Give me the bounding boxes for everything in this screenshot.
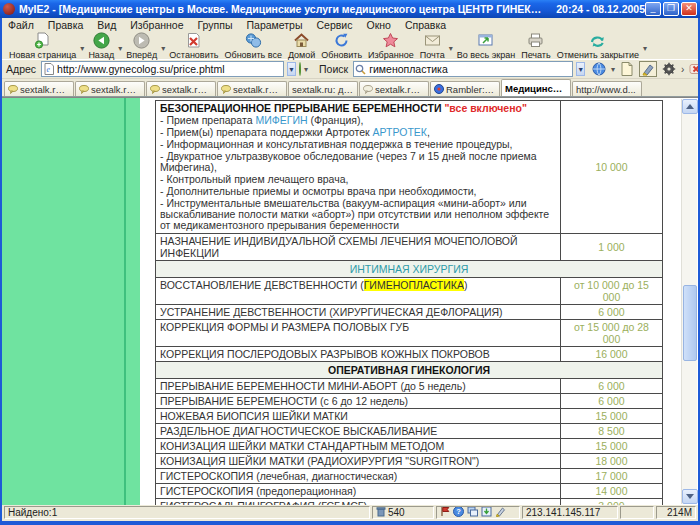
artrotek-link[interactable]: АРТРОТЕК (373, 126, 427, 138)
speech-bubble-icon (8, 85, 18, 94)
menu-edit[interactable]: Правка (48, 19, 83, 31)
service-price: 15 000 (560, 409, 662, 423)
scroll-up-button[interactable] (682, 99, 698, 114)
trash-icon[interactable] (376, 506, 386, 519)
vertical-scrollbar[interactable] (681, 99, 697, 504)
table-row-hymenoplasty: ВОССТАНОВЛЕНИЕ ДЕВСТВЕННОСТИ (ГИМЕНОПЛАС… (156, 277, 662, 304)
stop-icon (185, 32, 202, 49)
refresh-icon (333, 32, 350, 49)
tab-sextalk-3[interactable]: sextalk.ru:... (146, 81, 216, 96)
address-input[interactable] (55, 63, 283, 76)
service-price: 14 000 (560, 484, 662, 498)
minimize-button[interactable]: _ (645, 2, 661, 16)
address-bar: Адрес e ▼ ▾ Поиск ▼ ▾ (2, 60, 698, 79)
service-price: 10 000 (560, 101, 662, 233)
stop-button[interactable]: Остановить (166, 32, 221, 60)
forward-button[interactable]: Вперёд (123, 32, 160, 60)
search-dropdown[interactable]: ▼ (576, 62, 585, 76)
help-icon[interactable]: ? (453, 506, 464, 519)
all-inclusive-badge: "все включено" (444, 102, 527, 114)
table-row: ПРЕРЫВАНИЕ БЕРЕМЕННОСТИ МИНИ-АБОРТ (до 5… (156, 378, 662, 393)
menu-bar: Файл Правка Вид Избранное Группы Парамет… (2, 18, 698, 31)
search-input[interactable] (367, 63, 572, 76)
more-tools-chevron[interactable]: › (681, 64, 684, 75)
restore-button[interactable]: ❐ (663, 2, 679, 16)
tab-sextalk-4[interactable]: sextalk.ru:... (217, 81, 287, 96)
package-line: - Инструментальные вмешательства (вакуум… (160, 198, 556, 231)
fullscreen-button[interactable]: Во весь экран (454, 32, 518, 60)
stop-label: Остановить (169, 50, 218, 60)
undo-close-label: Отменить закрытие (557, 50, 639, 60)
window-border-bottom (0, 521, 700, 525)
table-row-package: БЕЗОПЕРАЦИОННОЕ ПРЕРЫВАНИЕ БЕРЕМЕННОСТИ … (156, 101, 662, 233)
address-combo: e (41, 61, 284, 77)
tab-url[interactable]: http://www.d... (572, 81, 642, 96)
menu-tools[interactable]: Сервис (317, 19, 353, 31)
mail-button[interactable]: Почта (417, 32, 448, 60)
mail-icon (424, 32, 441, 49)
tab-sextalk-1[interactable]: sextalk.ru:... (4, 81, 74, 96)
back-button[interactable]: Назад (85, 32, 117, 60)
address-dropdown[interactable]: ▼ (287, 62, 296, 76)
windows-icon[interactable] (467, 506, 478, 519)
mail-label: Почта (420, 50, 445, 60)
go-dropdown[interactable]: ▾ (304, 65, 308, 74)
menu-favorites[interactable]: Избранное (130, 19, 183, 31)
mifegin-link[interactable]: МИФЕГИН (255, 114, 307, 126)
title-bar: MyIE2 - [Медицинские центры в Москве. Ме… (0, 0, 700, 18)
favorites-star-icon (382, 32, 399, 49)
edit-icon[interactable] (495, 506, 506, 519)
web-search-dropdown[interactable]: ▾ (611, 65, 615, 74)
undo-close-dropdown[interactable]: ▾ (642, 44, 648, 53)
menu-groups[interactable]: Группы (198, 19, 233, 31)
go-button[interactable] (299, 62, 301, 76)
menu-help[interactable]: Справка (405, 19, 446, 31)
window-title: MyIE2 - [Медицинские центры в Москве. Ме… (19, 3, 548, 15)
service-price: 15 000 (560, 439, 662, 453)
highlighter-button[interactable] (639, 61, 657, 77)
package-cell: БЕЗОПЕРАЦИОННОЕ ПРЕРЫВАНИЕ БЕРЕМЕННОСТИ … (156, 101, 560, 233)
print-label: Печать (521, 50, 550, 60)
gear-button[interactable] (660, 61, 678, 77)
tab-sextalk-6[interactable]: sextalk.ru:... (359, 81, 429, 96)
menu-window[interactable]: Окно (366, 19, 390, 31)
undo-close-icon (589, 32, 606, 49)
tab-rambler[interactable]: Rambler: '... (430, 81, 500, 96)
package-title-line: БЕЗОПЕРАЦИОННОЕ ПРЕРЫВАНИЕ БЕРЕМЕННОСТИ … (160, 103, 556, 114)
service-name: КОНИЗАЦИЯ ШЕЙКИ МАТКИ СТАНДАРТНЫМ МЕТОДО… (156, 439, 560, 453)
tab-sextalk-5[interactable]: sextalk.ru: де... (288, 81, 358, 96)
svg-text:?: ? (456, 507, 461, 516)
home-label: Домой (288, 50, 315, 60)
web-search-button[interactable] (590, 61, 608, 77)
package-line: - Прием(ы) препарата поддержки Артротек … (160, 127, 556, 138)
favorites-label: Избранное (368, 50, 414, 60)
new-page-button[interactable]: Новая страница (6, 32, 79, 60)
package-line: - Информационная и консультативная подде… (160, 139, 556, 150)
status-plugin-icons: ? (436, 506, 520, 519)
refresh-label: Обновить (321, 50, 362, 60)
undo-close-button[interactable]: Отменить закрытие (554, 32, 642, 60)
scroll-down-button[interactable] (682, 489, 698, 504)
download-icon[interactable] (481, 506, 492, 519)
service-name: ПРЕРЫВАНИЕ БЕРЕМЕНОСТИ (с 6 до 12 недель… (156, 394, 560, 408)
refresh-button[interactable]: Обновить (318, 32, 365, 60)
table-row: КОНИЗАЦИЯ ШЕЙКИ МАТКИ СТАНДАРТНЫМ МЕТОДО… (156, 438, 662, 453)
flag-icon[interactable] (440, 506, 450, 519)
favorites-button[interactable]: Избранное (365, 32, 417, 60)
service-name: РАЗДЕЛЬНОЕ ДИАГНОСТИЧЕСКОЕ ВЫСКАБЛИВАНИЕ (156, 424, 560, 438)
tab-sextalk-2[interactable]: sextalk.ru:... (75, 81, 145, 96)
refresh-all-button[interactable]: Обновить все (221, 32, 284, 60)
scrollbar-thumb[interactable] (683, 285, 697, 361)
home-button[interactable]: Домой (285, 32, 318, 60)
tab-medical-active[interactable]: Медицински... (501, 79, 571, 96)
menu-view[interactable]: Вид (97, 19, 116, 31)
menu-options[interactable]: Параметры (247, 19, 303, 31)
close-button[interactable]: ✕ (681, 2, 697, 16)
service-price: от 15 000 до 28 000 (560, 320, 662, 346)
print-icon (527, 32, 544, 49)
service-name: УСТРАНЕНИЕ ДЕВСТВЕННОСТИ (ХИРУРГИЧЕСКАЯ … (156, 305, 560, 319)
print-button[interactable]: Печать (518, 32, 553, 60)
page-tool-button[interactable] (618, 61, 636, 77)
menu-file[interactable]: Файл (8, 19, 34, 31)
back-label: Назад (88, 50, 114, 60)
